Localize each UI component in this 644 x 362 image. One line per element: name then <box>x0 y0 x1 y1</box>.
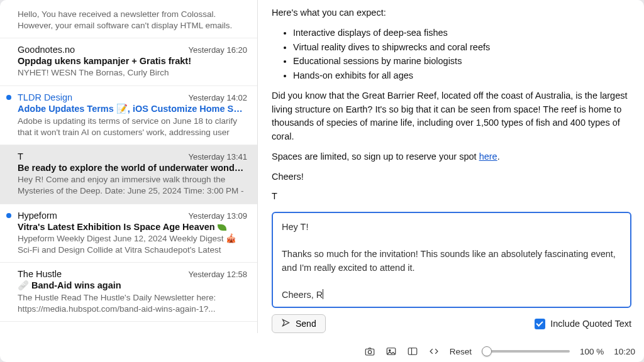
svg-point-3 <box>389 349 390 351</box>
bullet-item: Interactive displays of deep-sea fishes <box>293 26 631 40</box>
message-time: Yesterday 13:41 <box>189 152 247 162</box>
message-subject: Vitra's Latest Exhibition Is Space Age H… <box>18 222 247 232</box>
body-bullets: Interactive displays of deep-sea fishesV… <box>293 26 631 83</box>
message-preview: Hey R! Come and enjoy an immersive walk … <box>18 174 247 197</box>
message-subject: 🩹 Band-Aid wins again <box>18 280 247 291</box>
message-item[interactable]: Hello, You have received a newsletter fr… <box>0 0 257 38</box>
body-paragraph: Did you know that the Great Barrier Reef… <box>272 89 631 144</box>
body-cheers: Cheers! <box>272 170 631 184</box>
message-time: Yesterday 14:02 <box>189 93 247 102</box>
code-icon[interactable] <box>428 346 440 357</box>
message-subject: Be ready to explore the world of underwa… <box>18 163 247 173</box>
message-list: Hello, You have received a newsletter fr… <box>0 0 258 333</box>
compose-line-2: Thanks so much for the invitation! This … <box>282 248 621 275</box>
image-icon[interactable] <box>386 346 397 357</box>
zoom-value: 100 % <box>580 347 604 356</box>
message-sender: TLDR Design <box>18 92 72 102</box>
reset-button[interactable]: Reset <box>450 347 472 356</box>
message-sender: The Hustle <box>18 269 62 279</box>
message-preview: Hypeform Weekly Digest June 12, 2024 Wee… <box>18 233 247 256</box>
svg-rect-4 <box>408 348 417 355</box>
body-signature: T <box>272 190 631 201</box>
message-time: Yesterday 16:20 <box>189 45 247 55</box>
reading-pane: Here's what you can expect: Interactive … <box>258 0 644 333</box>
bullet-item: Educational sessions by marine biologist… <box>293 55 631 69</box>
message-time: Yesterday 12:58 <box>189 270 247 279</box>
message-header-row: HypeformYesterday 13:09 <box>18 211 247 221</box>
unread-dot-icon <box>6 95 11 100</box>
message-item[interactable]: The HustleYesterday 12:58🩹 Band-Aid wins… <box>0 263 257 322</box>
text-caret <box>323 289 323 299</box>
bullet-item: Virtual reality dives to shipwrecks and … <box>293 41 631 55</box>
message-preview: NYHET! WESN The Bornas, Curly Birch <box>18 67 247 79</box>
message-item[interactable]: Goodnotes.noYesterday 16:20Oppdag ukens … <box>0 38 257 85</box>
message-subject: Adobe Updates Terms 📝, iOS Customize Hom… <box>18 104 247 114</box>
app-window: Hello, You have received a newsletter fr… <box>0 0 644 362</box>
message-sender: T <box>18 151 23 162</box>
message-header-row: The HustleYesterday 12:58 <box>18 269 247 279</box>
body-intro: Here's what you can expect: <box>272 6 631 20</box>
message-sender: Hypeform <box>18 211 57 221</box>
compose-textarea[interactable]: Hey T! Thanks so much for the invitation… <box>272 212 631 308</box>
compose-line-3: Cheers, R <box>282 290 323 300</box>
message-preview: Adobe is updating its terms of service o… <box>18 116 247 138</box>
signup-link[interactable]: here <box>479 151 497 162</box>
camera-icon[interactable] <box>364 346 375 357</box>
include-quoted-toggle[interactable]: Include Quoted Text <box>535 319 631 329</box>
message-item[interactable]: TYesterday 13:41Be ready to explore the … <box>0 145 257 204</box>
include-quoted-label: Include Quoted Text <box>550 319 631 329</box>
message-header-row: TYesterday 13:41 <box>18 151 247 162</box>
leaf-icon <box>218 224 226 231</box>
svg-point-1 <box>368 351 371 354</box>
send-label: Send <box>296 319 316 329</box>
status-bar: Reset 100 % 10:20 <box>364 346 635 357</box>
send-button[interactable]: Send <box>272 314 326 333</box>
message-time: Yesterday 13:09 <box>189 211 247 221</box>
panel-icon[interactable] <box>407 346 418 357</box>
slider-knob[interactable] <box>482 346 492 356</box>
message-header-row: Goodnotes.noYesterday 16:20 <box>18 45 247 55</box>
checkbox-checked-icon <box>535 319 545 329</box>
compose-line-1: Hey T! <box>282 221 621 234</box>
compose-actions: Send Include Quoted Text <box>272 314 631 333</box>
send-icon <box>281 318 291 329</box>
body-signup: Spaces are limited, so sign up to reserv… <box>272 150 631 164</box>
split-pane: Hello, You have received a newsletter fr… <box>0 0 644 333</box>
message-sender: Goodnotes.no <box>18 45 75 55</box>
email-body: Here's what you can expect: Interactive … <box>272 0 631 202</box>
message-preview: Hello, You have received a newsletter fr… <box>18 9 247 31</box>
svg-rect-0 <box>365 349 374 355</box>
message-header-row: TLDR DesignYesterday 14:02 <box>18 92 247 102</box>
unread-dot-icon <box>6 213 11 218</box>
clock: 10:20 <box>614 347 635 356</box>
message-preview: The Hustle Read The Hustle's Daily Newsl… <box>18 292 247 315</box>
zoom-slider[interactable] <box>482 350 570 353</box>
message-item[interactable]: TLDR DesignYesterday 14:02Adobe Updates … <box>0 86 257 145</box>
bullet-item: Hands-on exhibits for all ages <box>293 69 631 83</box>
signup-pre: Spaces are limited, so sign up to reserv… <box>272 151 479 162</box>
signup-post: . <box>497 151 500 162</box>
message-item[interactable]: HypeformYesterday 13:09Vitra's Latest Ex… <box>0 204 257 263</box>
message-subject: Oppdag ukens kampanjer + Gratis frakt! <box>18 56 247 66</box>
